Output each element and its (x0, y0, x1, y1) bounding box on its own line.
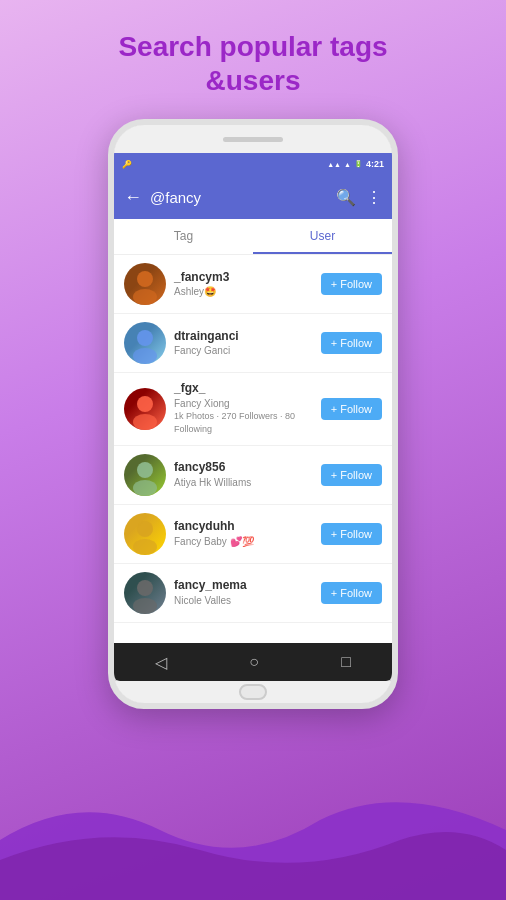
nav-recents-button[interactable]: □ (341, 653, 351, 671)
status-time: 4:21 (366, 159, 384, 169)
user-handle: _fgx_ (174, 381, 321, 397)
user-name: Fancy Xiong (174, 397, 321, 410)
svg-point-11 (133, 598, 157, 614)
follow-button[interactable]: + Follow (321, 273, 382, 295)
user-info: fancy856 Atiya Hk Williams (174, 460, 321, 489)
nav-back-button[interactable]: ◁ (155, 653, 167, 672)
user-name: Fancy Baby 💕💯 (174, 535, 321, 548)
user-handle: fancyduhh (174, 519, 321, 535)
search-query: @fancy (150, 189, 336, 206)
follow-button[interactable]: + Follow (321, 464, 382, 486)
svg-point-7 (133, 480, 157, 496)
follow-button[interactable]: + Follow (321, 332, 382, 354)
status-bar: 🔑 ▲▲ ▲ 🔋 4:21 (114, 153, 392, 175)
svg-point-4 (137, 396, 153, 412)
key-icon: 🔑 (122, 160, 132, 169)
nav-home-button[interactable]: ○ (249, 653, 259, 671)
tab-user[interactable]: User (253, 219, 392, 254)
user-name: Fancy Ganci (174, 344, 321, 357)
svg-point-2 (137, 330, 153, 346)
tab-tag[interactable]: Tag (114, 219, 253, 254)
battery-icon: 🔋 (354, 160, 363, 168)
user-avatar (124, 454, 166, 496)
user-stats: 1k Photos · 270 Followers · 80 Following (174, 410, 321, 437)
user-handle: fancy_mema (174, 578, 321, 594)
follow-button[interactable]: + Follow (321, 523, 382, 545)
user-avatar (124, 572, 166, 614)
svg-point-8 (137, 521, 153, 537)
signal-icon: ▲▲ (327, 161, 341, 168)
svg-point-1 (133, 289, 157, 305)
phone-speaker (223, 137, 283, 142)
headline: Search popular tags &users (73, 30, 433, 97)
user-avatar (124, 322, 166, 364)
phone-shell: 🔑 ▲▲ ▲ 🔋 4:21 ← @fancy 🔍 ⋮ Tag Us (108, 119, 398, 709)
app-bar: ← @fancy 🔍 ⋮ (114, 175, 392, 219)
svg-point-6 (137, 462, 153, 478)
user-handle: _fancym3 (174, 270, 321, 286)
user-info: _fgx_ Fancy Xiong 1k Photos · 270 Follow… (174, 381, 321, 437)
user-info: fancy_mema Nicole Valles (174, 578, 321, 607)
user-name: Ashley🤩 (174, 285, 321, 298)
user-item: fancyduhh Fancy Baby 💕💯 + Follow (114, 505, 392, 564)
user-info: _fancym3 Ashley🤩 (174, 270, 321, 299)
user-avatar (124, 388, 166, 430)
more-icon[interactable]: ⋮ (366, 188, 382, 207)
user-info: fancyduhh Fancy Baby 💕💯 (174, 519, 321, 548)
user-avatar (124, 513, 166, 555)
svg-point-3 (133, 348, 157, 364)
svg-point-10 (137, 580, 153, 596)
user-item: _fancym3 Ashley🤩 + Follow (114, 255, 392, 314)
user-item: fancy_mema Nicole Valles + Follow (114, 564, 392, 623)
svg-point-9 (133, 539, 157, 555)
back-button[interactable]: ← (124, 187, 142, 208)
user-info: dtrainganci Fancy Ganci (174, 329, 321, 358)
user-item: dtrainganci Fancy Ganci + Follow (114, 314, 392, 373)
bottom-nav: ◁ ○ □ (114, 643, 392, 681)
user-item: _fgx_ Fancy Xiong 1k Photos · 270 Follow… (114, 373, 392, 446)
user-handle: dtrainganci (174, 329, 321, 345)
tabs-bar: Tag User (114, 219, 392, 255)
search-icon[interactable]: 🔍 (336, 188, 356, 207)
user-name: Atiya Hk Williams (174, 476, 321, 489)
user-handle: fancy856 (174, 460, 321, 476)
follow-button[interactable]: + Follow (321, 582, 382, 604)
user-item: fancy856 Atiya Hk Williams + Follow (114, 446, 392, 505)
follow-button[interactable]: + Follow (321, 398, 382, 420)
user-name: Nicole Valles (174, 594, 321, 607)
svg-point-5 (133, 414, 157, 430)
phone-top (114, 125, 392, 153)
user-avatar (124, 263, 166, 305)
svg-point-0 (137, 271, 153, 287)
home-button[interactable] (239, 684, 267, 700)
phone-screen: 🔑 ▲▲ ▲ 🔋 4:21 ← @fancy 🔍 ⋮ Tag Us (114, 153, 392, 681)
wifi-icon: ▲ (344, 161, 351, 168)
phone-bottom (114, 681, 392, 703)
user-list: _fancym3 Ashley🤩 + Follow dtrainganci Fa… (114, 255, 392, 643)
